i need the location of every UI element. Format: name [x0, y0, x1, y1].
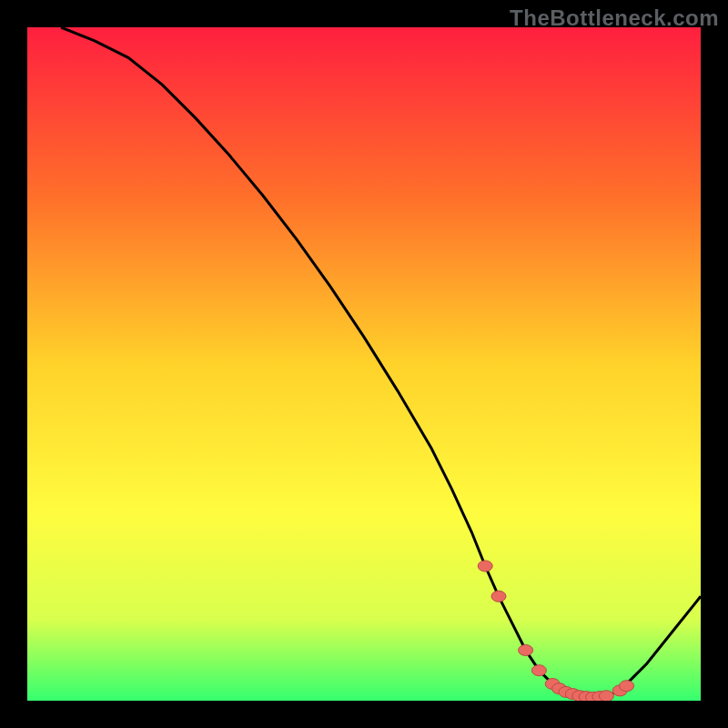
data-dot	[531, 665, 546, 676]
data-dot	[620, 681, 634, 692]
data-dot	[478, 561, 492, 571]
data-dot	[491, 591, 506, 602]
chart-frame: TheBottleneck.com	[0, 0, 728, 728]
plot-area	[27, 27, 701, 701]
data-dot	[599, 691, 613, 701]
plot-svg	[27, 27, 701, 701]
gradient-background	[27, 27, 701, 701]
data-dot	[519, 645, 533, 656]
watermark-text: TheBottleneck.com	[510, 5, 719, 31]
